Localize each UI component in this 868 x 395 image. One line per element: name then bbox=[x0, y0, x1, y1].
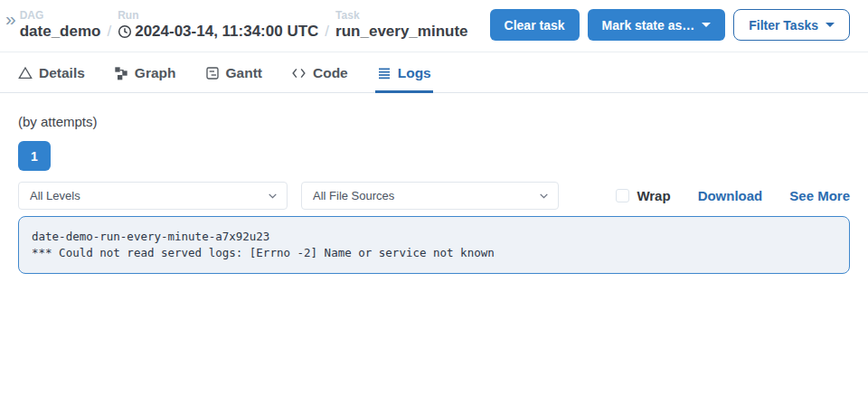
by-attempts-label: (by attempts) bbox=[18, 114, 850, 129]
breadcrumb-separator: / bbox=[100, 22, 118, 42]
graph-icon bbox=[114, 66, 128, 80]
code-icon bbox=[291, 66, 307, 80]
tab-logs[interactable]: Logs bbox=[375, 63, 433, 93]
gantt-icon bbox=[205, 66, 220, 80]
breadcrumb-dag-label: DAG bbox=[20, 9, 101, 22]
file-source-select[interactable]: All File Sources bbox=[301, 182, 559, 210]
wrap-label[interactable]: Wrap bbox=[637, 188, 670, 203]
filter-tasks-label: Filter Tasks bbox=[749, 18, 818, 33]
log-tools: Wrap Download See More bbox=[616, 188, 850, 203]
logs-panel: (by attempts) 1 All Levels All File Sour… bbox=[0, 93, 868, 274]
caret-down-icon bbox=[702, 23, 711, 27]
logs-icon bbox=[377, 66, 392, 80]
breadcrumb-run: Run 2024-03-14, 11:34:00 UTC bbox=[118, 9, 318, 42]
expand-sidebar-icon[interactable]: » bbox=[5, 9, 14, 28]
tab-graph[interactable]: Graph bbox=[112, 63, 178, 93]
tab-details-label: Details bbox=[39, 65, 85, 81]
clock-icon bbox=[118, 24, 132, 39]
breadcrumb-separator: / bbox=[318, 22, 335, 42]
dag-name[interactable]: date_demo bbox=[20, 22, 101, 42]
log-line: date-demo-run-every-minute-a7x92u23 bbox=[32, 229, 836, 245]
breadcrumb-run-label: Run bbox=[118, 9, 318, 22]
breadcrumb-dag: DAG date_demo bbox=[20, 9, 101, 42]
filter-tasks-button[interactable]: Filter Tasks bbox=[733, 9, 850, 41]
run-timestamp[interactable]: 2024-03-14, 11:34:00 UTC bbox=[135, 22, 318, 42]
details-icon bbox=[18, 66, 33, 80]
breadcrumb-task-label: Task bbox=[335, 9, 467, 22]
mark-state-as-label: Mark state as… bbox=[602, 18, 695, 33]
download-link[interactable]: Download bbox=[698, 188, 763, 203]
log-output-box[interactable]: date-demo-run-every-minute-a7x92u23 *** … bbox=[18, 216, 850, 274]
tab-gantt-label: Gantt bbox=[226, 65, 262, 81]
log-level-select-wrap: All Levels bbox=[18, 182, 288, 210]
breadcrumb-task: Task run_every_minute bbox=[335, 9, 467, 42]
header-actions: Clear task Mark state as… Filter Tasks bbox=[490, 9, 850, 41]
attempt-1-button[interactable]: 1 bbox=[18, 141, 51, 171]
tab-code-label: Code bbox=[313, 65, 348, 81]
log-filter-row: All Levels All File Sources Wrap Downloa… bbox=[18, 182, 850, 210]
log-level-select[interactable]: All Levels bbox=[18, 182, 288, 210]
tab-code[interactable]: Code bbox=[289, 63, 350, 93]
task-name[interactable]: run_every_minute bbox=[335, 22, 467, 42]
tab-logs-label: Logs bbox=[398, 65, 431, 81]
tab-graph-label: Graph bbox=[135, 65, 176, 81]
clear-task-button[interactable]: Clear task bbox=[490, 9, 580, 41]
wrap-checkbox[interactable] bbox=[616, 189, 629, 202]
mark-state-as-button[interactable]: Mark state as… bbox=[588, 9, 726, 41]
see-more-link[interactable]: See More bbox=[789, 188, 850, 203]
breadcrumb: DAG date_demo / Run 2024-03-14, 11:34:00… bbox=[20, 9, 468, 42]
tab-bar: Details Graph Gantt Code Logs bbox=[0, 52, 868, 93]
tab-details[interactable]: Details bbox=[16, 63, 87, 93]
caret-down-icon bbox=[826, 23, 835, 27]
file-source-select-wrap: All File Sources bbox=[301, 182, 559, 210]
task-header: » DAG date_demo / Run 2024-03-14, 11:34:… bbox=[0, 0, 868, 52]
log-line: *** Could not read served logs: [Errno -… bbox=[32, 245, 836, 261]
tab-gantt[interactable]: Gantt bbox=[203, 63, 264, 93]
